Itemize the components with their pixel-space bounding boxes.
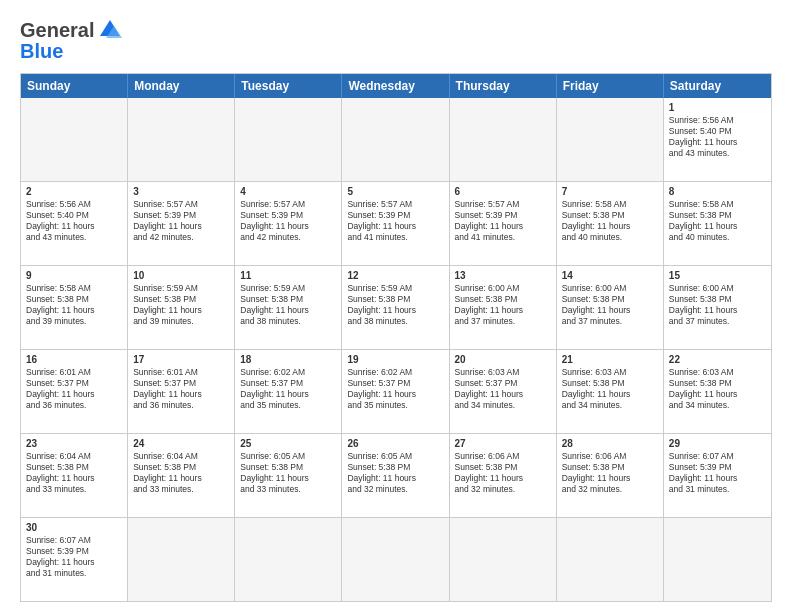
day-info: Sunrise: 6:00 AM Sunset: 5:38 PM Dayligh… [669,283,738,326]
day-number: 16 [26,353,122,366]
calendar-week-4: 23Sunrise: 6:04 AM Sunset: 5:38 PM Dayli… [21,434,771,518]
calendar-cell-empty-5-4 [450,518,557,601]
calendar-cell-1: 1Sunrise: 5:56 AM Sunset: 5:40 PM Daylig… [664,98,771,181]
day-number: 7 [562,185,658,198]
calendar-cell-16: 16Sunrise: 6:01 AM Sunset: 5:37 PM Dayli… [21,350,128,433]
calendar-body: 1Sunrise: 5:56 AM Sunset: 5:40 PM Daylig… [21,98,771,601]
calendar-cell-11: 11Sunrise: 5:59 AM Sunset: 5:38 PM Dayli… [235,266,342,349]
day-info: Sunrise: 5:59 AM Sunset: 5:38 PM Dayligh… [240,283,309,326]
calendar-cell-empty-5-1 [128,518,235,601]
calendar-cell-24: 24Sunrise: 6:04 AM Sunset: 5:38 PM Dayli… [128,434,235,517]
day-number: 2 [26,185,122,198]
day-info: Sunrise: 6:04 AM Sunset: 5:38 PM Dayligh… [26,451,95,494]
day-info: Sunrise: 6:03 AM Sunset: 5:38 PM Dayligh… [562,367,631,410]
day-number: 20 [455,353,551,366]
calendar-week-5: 30Sunrise: 6:07 AM Sunset: 5:39 PM Dayli… [21,518,771,601]
header-day-saturday: Saturday [664,74,771,98]
day-number: 30 [26,521,122,534]
calendar-cell-empty-5-6 [664,518,771,601]
day-number: 11 [240,269,336,282]
day-number: 24 [133,437,229,450]
day-info: Sunrise: 6:01 AM Sunset: 5:37 PM Dayligh… [133,367,202,410]
day-info: Sunrise: 6:03 AM Sunset: 5:37 PM Dayligh… [455,367,524,410]
calendar-cell-14: 14Sunrise: 6:00 AM Sunset: 5:38 PM Dayli… [557,266,664,349]
header-day-tuesday: Tuesday [235,74,342,98]
calendar-cell-empty-0-3 [342,98,449,181]
day-number: 23 [26,437,122,450]
day-number: 9 [26,269,122,282]
day-number: 5 [347,185,443,198]
day-number: 18 [240,353,336,366]
calendar-cell-empty-5-2 [235,518,342,601]
calendar-header: SundayMondayTuesdayWednesdayThursdayFrid… [21,74,771,98]
day-info: Sunrise: 6:06 AM Sunset: 5:38 PM Dayligh… [562,451,631,494]
calendar-week-0: 1Sunrise: 5:56 AM Sunset: 5:40 PM Daylig… [21,98,771,182]
page-header: General Blue [20,16,772,63]
calendar-cell-13: 13Sunrise: 6:00 AM Sunset: 5:38 PM Dayli… [450,266,557,349]
day-number: 28 [562,437,658,450]
logo-blue: Blue [20,40,63,63]
day-info: Sunrise: 6:05 AM Sunset: 5:38 PM Dayligh… [347,451,416,494]
calendar-cell-23: 23Sunrise: 6:04 AM Sunset: 5:38 PM Dayli… [21,434,128,517]
day-number: 8 [669,185,766,198]
logo-icon [96,16,124,44]
day-info: Sunrise: 6:02 AM Sunset: 5:37 PM Dayligh… [240,367,309,410]
day-info: Sunrise: 5:57 AM Sunset: 5:39 PM Dayligh… [347,199,416,242]
day-info: Sunrise: 5:59 AM Sunset: 5:38 PM Dayligh… [133,283,202,326]
header-day-wednesday: Wednesday [342,74,449,98]
day-number: 29 [669,437,766,450]
day-info: Sunrise: 5:56 AM Sunset: 5:40 PM Dayligh… [669,115,738,158]
calendar-cell-9: 9Sunrise: 5:58 AM Sunset: 5:38 PM Daylig… [21,266,128,349]
calendar-cell-empty-0-4 [450,98,557,181]
calendar-cell-2: 2Sunrise: 5:56 AM Sunset: 5:40 PM Daylig… [21,182,128,265]
calendar-cell-empty-0-1 [128,98,235,181]
day-number: 1 [669,101,766,114]
calendar-cell-empty-0-0 [21,98,128,181]
calendar-week-2: 9Sunrise: 5:58 AM Sunset: 5:38 PM Daylig… [21,266,771,350]
logo-general: General [20,19,94,42]
calendar-cell-8: 8Sunrise: 5:58 AM Sunset: 5:38 PM Daylig… [664,182,771,265]
day-info: Sunrise: 6:07 AM Sunset: 5:39 PM Dayligh… [669,451,738,494]
day-info: Sunrise: 5:58 AM Sunset: 5:38 PM Dayligh… [562,199,631,242]
day-info: Sunrise: 6:04 AM Sunset: 5:38 PM Dayligh… [133,451,202,494]
calendar-week-3: 16Sunrise: 6:01 AM Sunset: 5:37 PM Dayli… [21,350,771,434]
calendar-cell-27: 27Sunrise: 6:06 AM Sunset: 5:38 PM Dayli… [450,434,557,517]
calendar-cell-21: 21Sunrise: 6:03 AM Sunset: 5:38 PM Dayli… [557,350,664,433]
day-info: Sunrise: 6:00 AM Sunset: 5:38 PM Dayligh… [562,283,631,326]
header-day-sunday: Sunday [21,74,128,98]
day-number: 3 [133,185,229,198]
day-number: 26 [347,437,443,450]
day-number: 17 [133,353,229,366]
day-info: Sunrise: 5:59 AM Sunset: 5:38 PM Dayligh… [347,283,416,326]
day-info: Sunrise: 6:07 AM Sunset: 5:39 PM Dayligh… [26,535,95,578]
day-number: 6 [455,185,551,198]
day-number: 15 [669,269,766,282]
header-day-thursday: Thursday [450,74,557,98]
calendar-cell-18: 18Sunrise: 6:02 AM Sunset: 5:37 PM Dayli… [235,350,342,433]
calendar-cell-6: 6Sunrise: 5:57 AM Sunset: 5:39 PM Daylig… [450,182,557,265]
calendar-cell-empty-5-3 [342,518,449,601]
calendar-cell-12: 12Sunrise: 5:59 AM Sunset: 5:38 PM Dayli… [342,266,449,349]
day-number: 19 [347,353,443,366]
page: General Blue SundayMondayTuesdayWednesda… [0,0,792,612]
calendar-cell-30: 30Sunrise: 6:07 AM Sunset: 5:39 PM Dayli… [21,518,128,601]
calendar-cell-10: 10Sunrise: 5:59 AM Sunset: 5:38 PM Dayli… [128,266,235,349]
day-info: Sunrise: 6:01 AM Sunset: 5:37 PM Dayligh… [26,367,95,410]
day-number: 4 [240,185,336,198]
day-number: 14 [562,269,658,282]
calendar-cell-28: 28Sunrise: 6:06 AM Sunset: 5:38 PM Dayli… [557,434,664,517]
calendar-cell-empty-5-5 [557,518,664,601]
day-info: Sunrise: 5:57 AM Sunset: 5:39 PM Dayligh… [455,199,524,242]
calendar-cell-empty-0-5 [557,98,664,181]
day-number: 22 [669,353,766,366]
day-info: Sunrise: 6:03 AM Sunset: 5:38 PM Dayligh… [669,367,738,410]
header-day-friday: Friday [557,74,664,98]
logo: General Blue [20,16,124,63]
calendar-cell-7: 7Sunrise: 5:58 AM Sunset: 5:38 PM Daylig… [557,182,664,265]
calendar-cell-3: 3Sunrise: 5:57 AM Sunset: 5:39 PM Daylig… [128,182,235,265]
day-info: Sunrise: 5:57 AM Sunset: 5:39 PM Dayligh… [240,199,309,242]
calendar-cell-4: 4Sunrise: 5:57 AM Sunset: 5:39 PM Daylig… [235,182,342,265]
calendar-cell-22: 22Sunrise: 6:03 AM Sunset: 5:38 PM Dayli… [664,350,771,433]
day-number: 12 [347,269,443,282]
day-info: Sunrise: 5:58 AM Sunset: 5:38 PM Dayligh… [669,199,738,242]
